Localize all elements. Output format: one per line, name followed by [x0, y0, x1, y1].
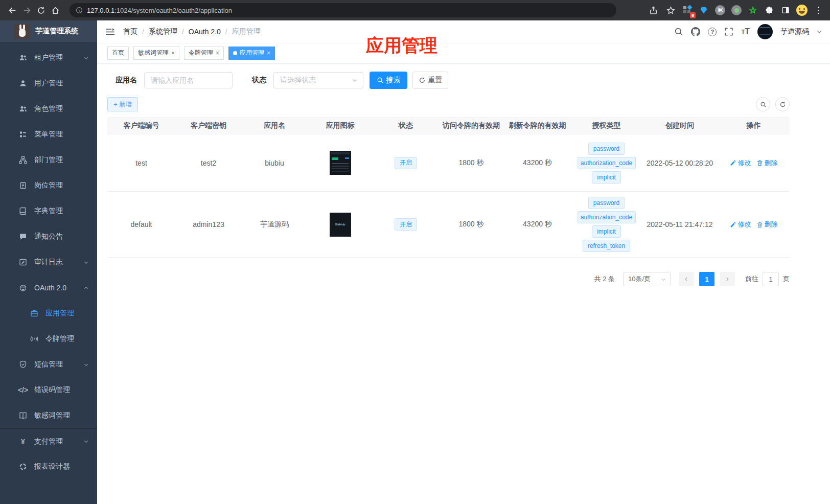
- column-header: 刷新令牌的有效期: [504, 121, 571, 130]
- app-logo[interactable]: 芋道管理系统: [0, 20, 97, 42]
- sidebar-toggle-icon[interactable]: [779, 4, 792, 17]
- sidebar-item-sms[interactable]: 短信管理: [0, 352, 97, 377]
- share-icon[interactable]: [646, 3, 660, 17]
- edit-button[interactable]: 修改: [730, 158, 751, 168]
- close-icon[interactable]: ×: [216, 50, 219, 56]
- delete-button[interactable]: 删除: [756, 220, 778, 229]
- sidebar-item-label: 审计日志: [34, 258, 63, 267]
- edit-button[interactable]: 修改: [730, 220, 751, 229]
- sidebar-item-label: 字典管理: [34, 207, 63, 216]
- bookmark-star-icon[interactable]: [663, 3, 678, 17]
- status-select[interactable]: 请选择状态: [273, 72, 363, 88]
- sidebar-item-role[interactable]: 角色管理: [0, 96, 97, 122]
- delete-button[interactable]: 删除: [756, 158, 778, 168]
- sidebar-item-oauth2-token[interactable]: 令牌管理: [0, 326, 97, 352]
- app-icon-cell: GitHub: [307, 213, 373, 237]
- breadcrumb-item[interactable]: OAuth 2.0: [189, 28, 221, 36]
- breadcrumb-item[interactable]: 系统管理: [149, 27, 177, 36]
- refresh-token-validity-cell: 43200 秒: [504, 220, 571, 229]
- sidebar-item-oauth2[interactable]: OAuth 2.0: [0, 275, 97, 301]
- sidebar-item-menu[interactable]: 菜单管理: [0, 122, 97, 147]
- search-icon[interactable]: [674, 27, 683, 36]
- font-size-icon[interactable]: TT: [741, 27, 750, 36]
- chevron-down-icon: [352, 77, 358, 83]
- breadcrumb-item: 应用管理: [232, 27, 261, 36]
- help-icon[interactable]: ?: [708, 28, 717, 36]
- sidebar-item-dept[interactable]: 部门管理: [0, 147, 97, 173]
- active-dot-icon: [233, 51, 237, 55]
- gem-extension-icon[interactable]: [697, 4, 710, 17]
- tag-label: 令牌管理: [189, 49, 213, 57]
- address-bar[interactable]: 127.0.0.1:1024/system/oauth2/oauth2/appl…: [70, 3, 616, 17]
- refresh-button[interactable]: [775, 97, 790, 111]
- tag-tab[interactable]: 敏感词管理×: [133, 47, 179, 60]
- page-unit-label: 页: [783, 274, 790, 284]
- extension-grid-icon[interactable]: 9: [681, 4, 694, 17]
- browser-toolbar: 127.0.0.1:1024/system/oauth2/oauth2/appl…: [0, 0, 830, 20]
- sidebar-item-oauth2-application[interactable]: 应用管理: [0, 301, 97, 326]
- breadcrumb-item[interactable]: 首页: [123, 27, 137, 36]
- extensions-puzzle-icon[interactable]: [763, 4, 776, 17]
- sidebar-item-pay[interactable]: ¥支付管理: [0, 428, 97, 454]
- prev-page-button[interactable]: [679, 272, 694, 286]
- site-info-icon[interactable]: [76, 7, 83, 14]
- sidebar-item-sensitive-word[interactable]: 敏感词管理: [0, 403, 97, 428]
- sidebar-item-tenant[interactable]: 租户管理: [0, 45, 97, 71]
- created-time-cell: 2022-05-11 21:47:12: [642, 220, 718, 228]
- sidebar-item-label: 用户管理: [34, 79, 63, 88]
- star-extension-icon[interactable]: [746, 4, 759, 17]
- sidebar-item-user[interactable]: 用户管理: [0, 71, 97, 96]
- github-icon[interactable]: [691, 27, 700, 36]
- next-page-button[interactable]: [720, 272, 735, 286]
- close-icon[interactable]: ×: [267, 50, 270, 56]
- profile-avatar[interactable]: [795, 4, 809, 17]
- browser-forward-icon[interactable]: [19, 3, 34, 17]
- logo-image: [14, 24, 30, 39]
- grant-type-tag: refresh_token: [583, 240, 630, 252]
- grant-types-cell: passwordauthorization_codeimplicitrefres…: [571, 197, 642, 252]
- sidebar-item-audit-log[interactable]: 审计日志: [0, 249, 97, 275]
- close-icon[interactable]: ×: [171, 50, 175, 56]
- users-icon: [18, 104, 28, 113]
- toggle-search-button[interactable]: [756, 97, 770, 111]
- actions-cell: 修改删除: [718, 158, 790, 168]
- tag-tab[interactable]: 应用管理×: [228, 47, 275, 60]
- app-name-label: 应用名: [116, 76, 137, 85]
- sidebar-item-notice[interactable]: 通知公告: [0, 224, 97, 249]
- org-icon: [18, 155, 28, 165]
- username[interactable]: 芋道源码: [780, 27, 809, 36]
- hamburger-icon[interactable]: [105, 28, 115, 36]
- sidebar-item-post[interactable]: 岗位管理: [0, 173, 97, 198]
- chevron-down-icon: [661, 277, 666, 282]
- breadcrumb: 首页/系统管理/OAuth 2.0/应用管理: [123, 27, 261, 36]
- command-extension-icon[interactable]: ⌘: [713, 4, 727, 17]
- sidebar-item-dict[interactable]: 字典管理: [0, 198, 97, 224]
- reset-button[interactable]: 重置: [412, 72, 448, 89]
- url-host: 127.0.0.1: [87, 7, 114, 14]
- sidebar-item-label: 短信管理: [34, 360, 63, 369]
- code-icon: </>: [18, 385, 28, 395]
- browser-reload-icon[interactable]: [34, 3, 48, 17]
- browser-home-icon[interactable]: [48, 3, 62, 17]
- search-button[interactable]: 搜索: [370, 72, 407, 89]
- recorder-extension-icon[interactable]: [730, 4, 743, 17]
- add-button[interactable]: +新增: [107, 97, 138, 111]
- sidebar-item-error-code[interactable]: </>错误码管理: [0, 377, 97, 403]
- goto-page-input[interactable]: [763, 272, 779, 286]
- current-page-button[interactable]: 1: [699, 272, 714, 286]
- status-cell: 开启: [373, 218, 439, 231]
- browser-back-icon[interactable]: [5, 3, 19, 17]
- status-select-placeholder: 请选择状态: [280, 76, 316, 85]
- url-path: :1024/system/oauth2/oauth2/application: [114, 7, 232, 14]
- browser-menu-icon[interactable]: [812, 4, 825, 17]
- fullscreen-icon[interactable]: [724, 27, 733, 36]
- tag-tab[interactable]: 令牌管理×: [184, 47, 224, 60]
- tag-tab[interactable]: 首页: [107, 47, 129, 60]
- page-size-select[interactable]: 10条/页: [623, 272, 671, 286]
- user-avatar[interactable]: [757, 24, 773, 39]
- caret-down-icon[interactable]: [817, 29, 822, 34]
- sidebar-item-report-designer[interactable]: 报表设计器: [0, 454, 97, 479]
- app-name-input[interactable]: [144, 72, 233, 88]
- notice-icon: [18, 232, 28, 241]
- pagination: 共 2 条 10条/页 1 前往 页: [107, 272, 790, 286]
